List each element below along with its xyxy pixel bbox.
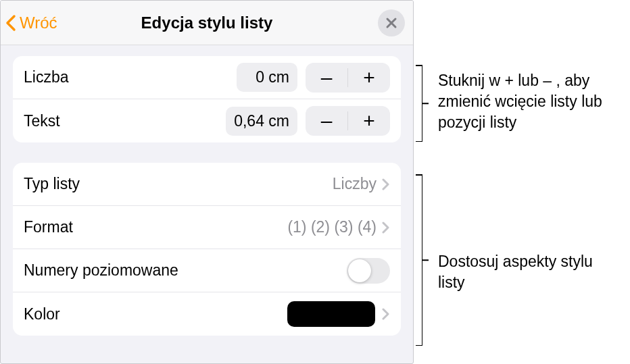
chevron-right-icon [382, 307, 390, 321]
indent-number-stepper: – + [306, 63, 390, 93]
color-label: Kolor [24, 305, 287, 323]
indent-number-row: Liczba 0 cm – + [13, 56, 401, 99]
list-type-label: Typ listy [24, 175, 333, 193]
indent-text-stepper: – + [306, 106, 390, 136]
bracket-top [422, 65, 422, 142]
back-button[interactable]: Wróć [5, 14, 57, 32]
tiered-numbers-switch[interactable] [347, 258, 390, 284]
indent-number-increment[interactable]: + [348, 63, 390, 93]
back-label: Wróć [20, 14, 57, 32]
panel-title: Edycja stylu listy [0, 14, 414, 32]
chevron-right-icon [382, 178, 390, 191]
tiered-numbers-label: Numery poziomowane [24, 261, 347, 280]
indent-number-decrement[interactable]: – [306, 63, 347, 93]
color-swatch [287, 301, 375, 327]
chevron-left-icon [5, 14, 18, 32]
list-type-row[interactable]: Typ listy Liczby [13, 163, 401, 206]
color-row[interactable]: Kolor [13, 292, 401, 336]
format-label: Format [24, 218, 287, 236]
switch-thumb [348, 259, 371, 282]
indent-text-label: Tekst [24, 112, 226, 130]
list-style-editor-panel: Wróć Edycja stylu listy Liczba 0 cm – [0, 0, 414, 364]
panel-header: Wróć Edycja stylu listy [1, 1, 413, 45]
annotations: Stuknij w + lub – , aby zmienić wcięcie … [414, 0, 630, 364]
format-row[interactable]: Format (1) (2) (3) (4) [13, 206, 401, 249]
callout-top: Stuknij w + lub – , aby zmienić wcięcie … [438, 70, 621, 133]
indent-number-label: Liczba [24, 68, 237, 86]
close-button[interactable] [378, 9, 405, 36]
indent-text-increment[interactable]: + [348, 106, 390, 136]
indent-text-value[interactable]: 0,64 cm [226, 107, 297, 136]
indent-number-value[interactable]: 0 cm [237, 63, 297, 92]
indent-group: Liczba 0 cm – + Tekst 0,64 cm – + [13, 56, 401, 142]
list-type-value: Liczby [333, 175, 377, 193]
close-icon [385, 17, 397, 29]
indent-text-decrement[interactable]: – [306, 106, 347, 136]
indent-text-row: Tekst 0,64 cm – + [13, 99, 401, 142]
format-value: (1) (2) (3) (4) [287, 218, 377, 236]
panel-content: Liczba 0 cm – + Tekst 0,64 cm – + [1, 45, 413, 363]
tiered-numbers-row: Numery poziomowane [13, 249, 401, 292]
chevron-right-icon [382, 221, 390, 234]
style-group: Typ listy Liczby Format (1) (2) (3) (4) … [13, 163, 401, 336]
callout-bottom: Dostosuj aspekty stylu listy [438, 251, 614, 293]
bracket-bottom [422, 174, 422, 346]
